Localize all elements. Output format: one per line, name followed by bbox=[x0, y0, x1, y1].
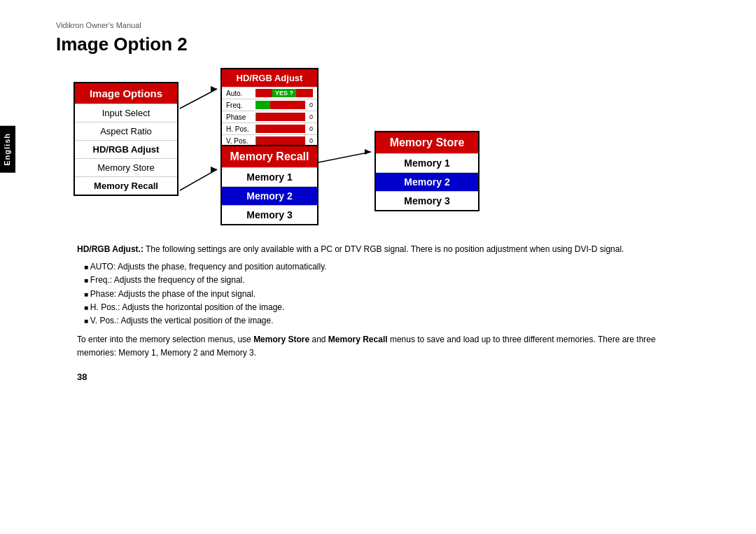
page-container: English Vidikron Owner's Manual Image Op… bbox=[0, 0, 756, 534]
memory-store-header: Memory Store bbox=[376, 132, 478, 153]
recall-memory1[interactable]: Memory 1 bbox=[222, 167, 317, 186]
svg-line-0 bbox=[180, 89, 217, 108]
language-tab: English bbox=[0, 126, 15, 173]
manual-label: Vidikron Owner's Manual bbox=[56, 21, 700, 29]
phase-value: 0 bbox=[309, 113, 313, 120]
image-options-header: Image Options bbox=[75, 83, 177, 104]
hd-rgb-label-freq: Freq. bbox=[226, 101, 253, 109]
memory-store-box: Memory Store Memory 1 Memory 2 Memory 3 bbox=[374, 131, 479, 211]
svg-line-4 bbox=[318, 152, 371, 162]
recall-memory3[interactable]: Memory 3 bbox=[222, 205, 317, 224]
menu-item-memory-recall[interactable]: Memory Recall bbox=[75, 176, 177, 195]
description-footer: To enter into the memory selection menus… bbox=[77, 333, 686, 360]
memory-recall-box: Memory Recall Memory 1 Memory 2 Memory 3 bbox=[220, 145, 318, 225]
bullet-vpos: V. Pos.: Adjusts the vertical position o… bbox=[84, 314, 686, 328]
store-memory1[interactable]: Memory 1 bbox=[376, 153, 478, 172]
auto-yes-bar: YES ? bbox=[255, 89, 313, 97]
svg-line-2 bbox=[180, 169, 217, 190]
page-number: 38 bbox=[77, 370, 686, 385]
bullet-hpos: H. Pos.: Adjusts the horizontal position… bbox=[84, 301, 686, 314]
bullet-phase: Phase: Adjusts the phase of the input si… bbox=[84, 288, 686, 301]
hd-rgb-row-freq: Freq. 0 bbox=[222, 99, 317, 111]
menu-item-input-select[interactable]: Input Select bbox=[75, 104, 177, 122]
vpos-bar bbox=[255, 136, 305, 145]
freq-bar bbox=[255, 101, 305, 109]
lang-label: English bbox=[3, 133, 11, 166]
page-title: Image Option 2 bbox=[56, 34, 700, 55]
menu-item-memory-store[interactable]: Memory Store bbox=[75, 158, 177, 176]
store-memory2[interactable]: Memory 2 bbox=[376, 172, 478, 191]
image-options-box: Image Options Input Select Aspect Ratio … bbox=[74, 82, 178, 196]
hd-rgb-label-auto: Auto. bbox=[226, 90, 253, 97]
phase-bar bbox=[255, 113, 305, 121]
description-intro: HD/RGB Adjust.: The following settings a… bbox=[77, 243, 686, 256]
freq-value: 0 bbox=[309, 101, 313, 108]
hd-rgb-row-auto: Auto. YES ? bbox=[222, 87, 317, 99]
bullet-auto: AUTO: Adjusts the phase, frequency and p… bbox=[84, 260, 686, 274]
bullet-freq: Freq.: Adjusts the frequency of the sign… bbox=[84, 274, 686, 287]
auto-yes-text: YES ? bbox=[272, 89, 296, 97]
hd-rgb-label-phase: Phase bbox=[226, 113, 253, 121]
hd-rgb-label-vpos: V. Pos. bbox=[226, 137, 253, 145]
menu-item-hd-rgb[interactable]: HD/RGB Adjust bbox=[75, 140, 177, 158]
vpos-value: 0 bbox=[309, 137, 313, 144]
svg-marker-1 bbox=[211, 86, 217, 92]
description-bullets: AUTO: Adjusts the phase, frequency and p… bbox=[84, 260, 686, 328]
hd-rgb-header: HD/RGB Adjust bbox=[222, 69, 317, 87]
hpos-value: 0 bbox=[309, 125, 313, 132]
hpos-bar bbox=[255, 125, 305, 133]
diagram-area: Image Options Input Select Aspect Ratio … bbox=[74, 68, 682, 229]
store-memory3[interactable]: Memory 3 bbox=[376, 191, 478, 210]
menu-item-aspect-ratio[interactable]: Aspect Ratio bbox=[75, 122, 177, 140]
svg-marker-5 bbox=[365, 149, 371, 155]
hd-rgb-row-hpos: H. Pos. 0 bbox=[222, 122, 317, 134]
memory-recall-header: Memory Recall bbox=[222, 146, 317, 167]
hd-rgb-box: HD/RGB Adjust Auto. YES ? Freq. 0 bbox=[220, 68, 318, 148]
svg-marker-3 bbox=[211, 167, 217, 172]
hd-rgb-row-phase: Phase 0 bbox=[222, 111, 317, 122]
recall-memory2[interactable]: Memory 2 bbox=[222, 186, 317, 205]
description-area: HD/RGB Adjust.: The following settings a… bbox=[77, 243, 686, 384]
hd-rgb-label-hpos: H. Pos. bbox=[226, 125, 253, 133]
